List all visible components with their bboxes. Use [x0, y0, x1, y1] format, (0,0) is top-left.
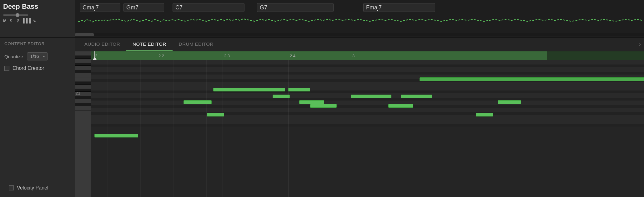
quantize-value: 1/16	[27, 52, 48, 60]
piano-key-remaining	[75, 111, 91, 197]
mute-button[interactable]: M	[3, 18, 7, 23]
piano-key-B2[interactable]	[75, 96, 91, 99]
grid-vline-sub-5	[190, 60, 190, 197]
ruler-marker-3: 3	[352, 53, 355, 58]
note-block-9[interactable]	[351, 95, 391, 98]
grid-row-12	[91, 101, 644, 105]
grid-row-7	[91, 82, 644, 86]
grid-row-13	[91, 105, 644, 108]
grid-vline-3	[288, 60, 289, 197]
piano-key-E[interactable]	[75, 77, 91, 82]
timeline-area: Cmaj7 Gm7 C7 G7 Fmaj7	[75, 0, 644, 37]
track-scroll-thumb[interactable]	[75, 33, 94, 36]
velocity-panel-label: Velocity Panel	[17, 185, 48, 191]
grid-row-8	[91, 86, 644, 91]
note-block-2[interactable]	[288, 88, 310, 91]
piano-key-A[interactable]	[75, 59, 91, 63]
track-controls: M S 🎙 ▐▐▐ ∿	[3, 18, 72, 23]
note-block-8[interactable]	[207, 113, 224, 117]
track-fader-thumb[interactable]	[16, 13, 19, 17]
grid-vline-2	[223, 60, 223, 197]
chord-block-g7[interactable]: G7	[257, 3, 334, 12]
grid-row-2	[91, 65, 644, 67]
piano-keys: C3	[75, 51, 91, 197]
piano-key-Gb[interactable]	[75, 70, 91, 73]
piano-key-D[interactable]	[75, 85, 91, 89]
piano-key-G2[interactable]	[75, 106, 91, 111]
editor-main: AUDIO EDITOR NOTE EDITOR DRUM EDITOR ›	[75, 38, 644, 197]
quantize-dropdown[interactable]: 1/16 ▼	[27, 52, 48, 60]
chord-block-cmaj7[interactable]: Cmaj7	[80, 3, 120, 12]
grid-row-4	[91, 72, 644, 75]
note-block-7[interactable]	[310, 104, 337, 108]
tab-audio-editor[interactable]: AUDIO EDITOR	[78, 38, 126, 51]
record-icon[interactable]: 🎙	[16, 18, 21, 23]
note-block-12[interactable]	[476, 113, 493, 117]
note-block-13[interactable]	[498, 100, 521, 104]
piano-key-Ab[interactable]	[75, 63, 91, 66]
note-block-10[interactable]	[401, 95, 432, 98]
grid-vline-sub-6	[206, 60, 207, 197]
tab-note-editor[interactable]: NOTE EDITOR	[126, 38, 173, 51]
playhead	[94, 51, 95, 60]
chord-creator-label: Chord Creator	[13, 65, 44, 71]
wave-icon: ∿	[32, 18, 37, 23]
piano-key-F[interactable]	[75, 73, 91, 77]
grid-row-remaining	[91, 127, 644, 197]
tab-expand-button[interactable]: ›	[639, 41, 641, 48]
note-block-4[interactable]	[299, 100, 324, 104]
note-ruler: 2 2.2 2.3 2.4 3	[91, 51, 644, 60]
main-container: Deep Bass M S 🎙 ▐▐▐ ∿ Cmaj7 Gm7	[0, 0, 644, 197]
note-block-3[interactable]	[184, 100, 212, 104]
ruler-marker-22: 2.2	[158, 53, 164, 58]
chord-block-fmaj7[interactable]: Fmaj7	[363, 3, 435, 12]
grid-row-1	[91, 60, 644, 65]
chord-track: Cmaj7 Gm7 C7 G7 Fmaj7	[75, 0, 644, 37]
grid-background	[91, 60, 644, 197]
chord-creator-checkbox[interactable]	[4, 66, 9, 71]
piano-key-A2[interactable]	[75, 103, 91, 106]
track-area: Deep Bass M S 🎙 ▐▐▐ ∿ Cmaj7 Gm7	[0, 0, 644, 38]
velocity-panel-row: Velocity Panel	[4, 184, 53, 194]
playhead-triangle	[93, 57, 97, 60]
note-block-6[interactable]	[388, 104, 413, 108]
grid-row-15	[91, 112, 644, 115]
track-scrollbar[interactable]	[75, 33, 644, 36]
chord-block-c7[interactable]: C7	[173, 3, 244, 12]
piano-key-Bb2-white[interactable]	[75, 99, 91, 103]
piano-key-Eb[interactable]	[75, 82, 91, 85]
note-block-5[interactable]	[273, 95, 290, 98]
track-sidebar: Deep Bass M S 🎙 ▐▐▐ ∿	[0, 0, 75, 37]
track-name: Deep Bass	[3, 3, 72, 11]
quantize-label: Quantize	[4, 54, 23, 59]
left-panel: CONTENT EDITOR Quantize 1/16 ▼ Chord Cre…	[0, 38, 75, 197]
ruler-marker-23: 2.3	[224, 53, 230, 58]
ruler-marker-24: 2.4	[290, 53, 295, 58]
note-block-1[interactable]	[213, 88, 285, 91]
c3-label: C3	[76, 92, 80, 96]
grid-row-3	[91, 67, 644, 72]
note-block-14[interactable]	[94, 134, 138, 137]
grid-row-14	[91, 108, 644, 112]
editor-area: CONTENT EDITOR Quantize 1/16 ▼ Chord Cre…	[0, 38, 644, 197]
tab-drum-editor[interactable]: DRUM EDITOR	[173, 38, 220, 51]
velocity-panel-checkbox[interactable]	[9, 185, 14, 190]
grid-vline-1	[157, 60, 157, 197]
piano-key-Bb[interactable]	[75, 56, 91, 59]
grid-vline-sub-3	[140, 60, 141, 197]
solo-button[interactable]: S	[10, 18, 13, 23]
note-block-11[interactable]	[420, 77, 644, 81]
grid-vline-sub-1	[108, 60, 108, 197]
grid-row-18	[91, 124, 644, 127]
piano-key-C3[interactable]: C3	[75, 92, 91, 96]
piano-key-G[interactable]	[75, 66, 91, 70]
editor-tabs: AUDIO EDITOR NOTE EDITOR DRUM EDITOR ›	[75, 38, 644, 51]
grid-row-17	[91, 119, 644, 124]
piano-key-B[interactable]	[75, 51, 91, 56]
piano-key-Db[interactable]	[75, 89, 91, 92]
note-grid-container: 2 2.2 2.3 2.4 3	[91, 51, 644, 197]
chord-block-gm7[interactable]: Gm7	[123, 3, 164, 12]
track-fader[interactable]	[3, 14, 28, 16]
grid-vline-sub-4	[174, 60, 174, 197]
chord-creator-row: Chord Creator	[0, 64, 75, 72]
